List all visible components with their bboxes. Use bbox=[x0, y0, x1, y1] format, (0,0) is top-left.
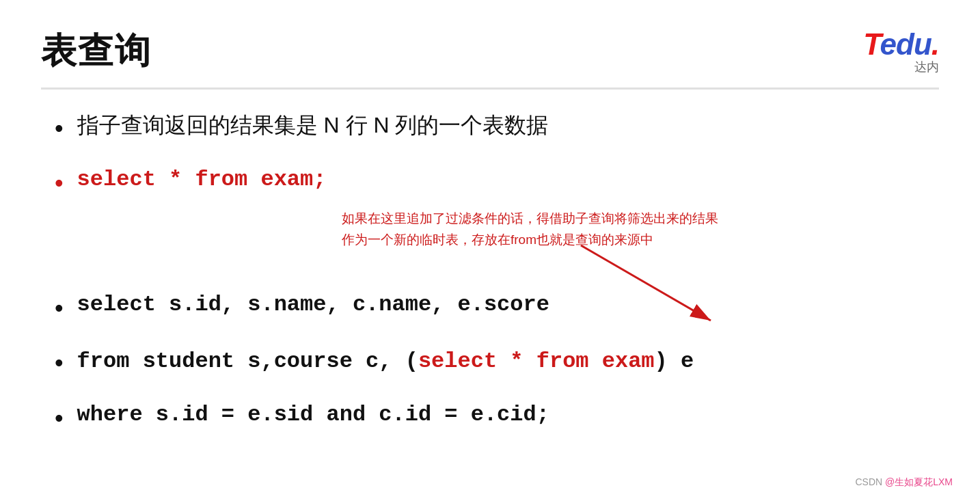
slide-content: • 指子查询返回的结果集是 N 行 N 列的一个表数据 • select * f… bbox=[41, 110, 939, 435]
bullet-item-1: • 指子查询返回的结果集是 N 行 N 列的一个表数据 bbox=[55, 110, 939, 146]
watermark-author: @生如夏花LXM bbox=[885, 476, 953, 487]
bullet-dot-1: • bbox=[55, 111, 64, 146]
bullet-code-2: select * from exam; bbox=[77, 165, 327, 195]
annotation-arrow bbox=[574, 239, 752, 327]
bullet-code-4-suffix: ) e bbox=[655, 349, 694, 374]
annotation-line1: 如果在这里追加了过滤条件的话，得借助子查询将筛选出来的结果 bbox=[342, 208, 718, 229]
svg-line-1 bbox=[581, 245, 711, 321]
logo-brand: Tedu. bbox=[863, 27, 939, 62]
bullet-code-3: select s.id, s.name, c.name, e.score bbox=[77, 290, 549, 321]
logo-sub: 达内 bbox=[914, 59, 939, 75]
logo-area: Tedu. 达内 bbox=[863, 27, 939, 75]
bullet-dot-4: • bbox=[55, 346, 64, 380]
slide-container: 表查询 Tedu. 达内 • 指子查询返回的结果集是 N 行 N 列的一个表数据… bbox=[0, 0, 980, 501]
slide-header: 表查询 Tedu. 达内 bbox=[41, 27, 939, 90]
page-title: 表查询 bbox=[41, 27, 152, 75]
bullet-code-4-prefix: from student s,course c, ( bbox=[77, 349, 418, 374]
watermark: CSDN @生如夏花LXM bbox=[855, 476, 953, 489]
bullet-item-5: • where s.id = e.sid and c.id = e.cid; bbox=[55, 400, 939, 435]
bullet-dot-5: • bbox=[55, 401, 64, 435]
annotation-area: 如果在这里追加了过滤条件的话，得借助子查询将筛选出来的结果 作为一个新的临时表，… bbox=[109, 201, 939, 283]
bullet-code-5: where s.id = e.sid and c.id = e.cid; bbox=[77, 400, 549, 431]
bullet-text-1: 指子查询返回的结果集是 N 行 N 列的一个表数据 bbox=[77, 110, 549, 141]
bullet-dot-3: • bbox=[55, 291, 64, 325]
bullet-code-4-inline: select * from exam bbox=[418, 349, 655, 374]
bullet-item-4: • from student s,course c, (select * fro… bbox=[55, 344, 939, 380]
bullet-item-3: • select s.id, s.name, c.name, e.score bbox=[55, 290, 939, 325]
bullet-dot-2: • bbox=[55, 166, 64, 200]
bullet-item-2: • select * from exam; bbox=[55, 165, 939, 200]
bullet-text-4: from student s,course c, (select * from … bbox=[77, 344, 694, 377]
